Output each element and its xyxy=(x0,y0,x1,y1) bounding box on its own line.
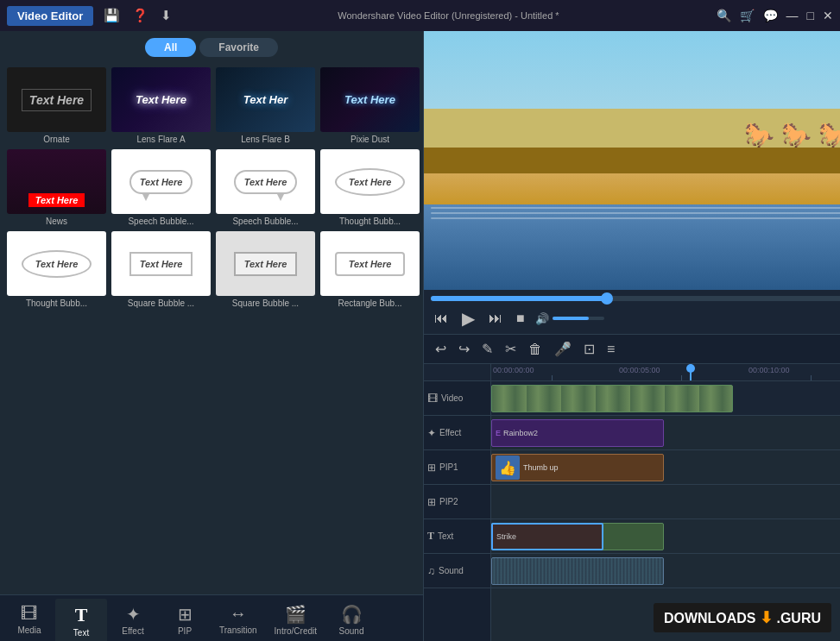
tab-effect[interactable]: ✦ Effect xyxy=(107,599,159,641)
tab-transition[interactable]: ↔ Transition xyxy=(211,599,266,641)
undo-button[interactable]: ↩ xyxy=(431,338,451,360)
sound-label-text: Sound xyxy=(439,566,464,575)
tab-text[interactable]: T Text xyxy=(55,599,107,641)
thumbnails-grid: Text Here Ornate Text Here Lens Flare A … xyxy=(7,67,420,308)
progress-fill xyxy=(431,296,607,301)
list-item[interactable]: Text Her Lens Flare B xyxy=(216,67,315,144)
sound-clip[interactable] xyxy=(491,557,664,585)
list-item[interactable]: Text Here Pixie Dust xyxy=(320,67,420,144)
list-item[interactable]: Text Here Square Bubble ... xyxy=(111,231,211,308)
list-item[interactable]: Text Here Speech Bubble... xyxy=(111,149,211,226)
square-b-label: Square Bubble ... xyxy=(232,299,299,308)
tracks-container: E Rainbow2 👍 Thumb up xyxy=(491,381,840,588)
title-bar-left-icons: 💾 ❓ ⬇ xyxy=(104,8,172,23)
window-title: Wondershare Video Editor (Unregistered) … xyxy=(180,10,716,21)
tab-media[interactable]: 🎞 Media xyxy=(3,599,55,641)
detach-button[interactable]: ⊡ xyxy=(579,338,599,360)
sound-track-row xyxy=(491,554,840,588)
horses-layer: 🐎 🐎 🐎 🐎 🐎 🐎 xyxy=(424,83,840,186)
volume-track[interactable] xyxy=(553,317,604,320)
thought-a-bubble: Text Here xyxy=(335,168,406,196)
playhead-top xyxy=(686,364,695,373)
text-clip2-name: Strike xyxy=(496,532,516,541)
ruler-label xyxy=(424,364,490,381)
pip1-track-row: 👍 Thumb up xyxy=(491,450,840,485)
play-button[interactable]: ▶ xyxy=(458,306,478,330)
text-label: Text xyxy=(73,628,89,638)
list-item[interactable]: Text Here Ornate xyxy=(7,67,106,144)
pip1-clip-name: Thumb up xyxy=(523,463,559,472)
news-text: Text Here xyxy=(28,193,85,207)
wave-lines xyxy=(424,204,840,223)
close-button[interactable]: ✕ xyxy=(823,9,833,22)
save-icon[interactable]: 💾 xyxy=(104,8,120,23)
cart-icon[interactable]: 🛒 xyxy=(740,9,755,22)
pixie-text: Text Here xyxy=(344,93,395,106)
timeline-ruler: 00:00:00:00 00:00:05:00 00:00:10:00 00:0… xyxy=(491,364,840,381)
thumbnails-area[interactable]: Text Here Ornate Text Here Lens Flare A … xyxy=(0,64,423,594)
maximize-button[interactable]: □ xyxy=(807,9,814,22)
list-item[interactable]: Text Here Thought Bubb... xyxy=(320,149,420,226)
tab-pip[interactable]: ⊞ PIP xyxy=(159,599,211,641)
tab-intro[interactable]: 🎬 Intro/Credit xyxy=(266,599,325,641)
square-b-bubble: Text Here xyxy=(234,252,298,276)
effect-icon: ✦ xyxy=(126,604,141,625)
more-button[interactable]: ≡ xyxy=(603,339,619,360)
pip2-label-text: PIP2 xyxy=(439,497,458,506)
playhead[interactable] xyxy=(690,364,692,380)
list-item[interactable]: Text Here Lens Flare A xyxy=(111,67,211,144)
news-label: News xyxy=(46,217,67,226)
ruler-mark-0: 00:00:00:00 xyxy=(493,366,534,374)
title-bar: Video Editor 💾 ❓ ⬇ Wondershare Video Edi… xyxy=(0,0,840,31)
rect-bubble: Text Here xyxy=(335,252,406,276)
sound-label: Sound xyxy=(339,626,364,636)
all-filter-button[interactable]: All xyxy=(145,38,196,57)
watermark-arrow: ⬇ xyxy=(760,609,773,626)
thumb-lensflare-b: Text Her xyxy=(216,67,315,132)
effect-label-char: E xyxy=(496,429,501,437)
list-item[interactable]: Text Here Square Bubble ... xyxy=(216,231,315,308)
video-clip[interactable] xyxy=(491,385,733,412)
horse-1: 🐎 xyxy=(744,121,774,149)
thumb-square-a: Text Here xyxy=(111,231,211,296)
list-item[interactable]: Text Here Thought Bubb... xyxy=(7,231,106,308)
list-item[interactable]: Text Here News xyxy=(7,149,106,226)
stop-button[interactable]: ■ xyxy=(513,309,528,328)
text-clip-2[interactable]: Strike xyxy=(491,523,603,550)
speech-a-label: Speech Bubble... xyxy=(128,217,193,226)
thumb-news: Text Here xyxy=(7,149,106,214)
thought-b-label: Thought Bubb... xyxy=(26,299,87,308)
pip2-label-icon: ⊞ xyxy=(427,496,436,508)
cut-button[interactable]: ✂ xyxy=(501,338,521,360)
progress-track[interactable] xyxy=(431,296,840,301)
volume-icon: 🔊 xyxy=(535,312,549,325)
right-panel: 🐎 🐎 🐎 🐎 🐎 🐎 00:00:05 / 0 xyxy=(424,31,840,641)
square-a-bubble: Text Here xyxy=(129,252,193,276)
list-item[interactable]: Text Here Rectangle Bub... xyxy=(320,231,420,308)
tab-sound[interactable]: 🎧 Sound xyxy=(325,599,377,641)
help-icon[interactable]: ❓ xyxy=(132,8,148,23)
pip1-clip[interactable]: 👍 Thumb up xyxy=(491,454,664,481)
search-icon[interactable]: 🔍 xyxy=(717,9,731,22)
download-icon[interactable]: ⬇ xyxy=(161,8,172,23)
rewind-button[interactable]: ⏮ xyxy=(431,309,452,328)
forward-button[interactable]: ⏭ xyxy=(485,309,506,328)
edit-button[interactable]: ✎ xyxy=(477,338,497,360)
pip-label: PIP xyxy=(178,626,192,636)
redo-button[interactable]: ↪ xyxy=(454,338,474,360)
thought-b-bubble: Text Here xyxy=(22,250,92,278)
app-logo: Video Editor xyxy=(7,6,93,26)
media-label: Media xyxy=(17,625,41,635)
controls-row: ⏮ ▶ ⏭ ■ 🔊 📷 ⛶ xyxy=(431,306,840,330)
timeline-content[interactable]: 00:00:00:00 00:00:05:00 00:00:10:00 00:0… xyxy=(491,364,840,641)
favorite-filter-button[interactable]: Favorite xyxy=(199,38,278,57)
effect-clip[interactable]: E Rainbow2 xyxy=(491,419,664,447)
pip1-label-icon: ⊞ xyxy=(427,462,436,474)
list-item[interactable]: Text Here Speech Bubble... xyxy=(216,149,315,226)
chat-icon[interactable]: 💬 xyxy=(763,9,778,22)
record-button[interactable]: 🎤 xyxy=(550,338,576,360)
thumb-thought-a: Text Here xyxy=(320,149,420,214)
sound-track-label: ♫ Sound xyxy=(424,554,490,588)
minimize-button[interactable]: — xyxy=(786,9,799,22)
delete-button[interactable]: 🗑 xyxy=(524,339,546,360)
